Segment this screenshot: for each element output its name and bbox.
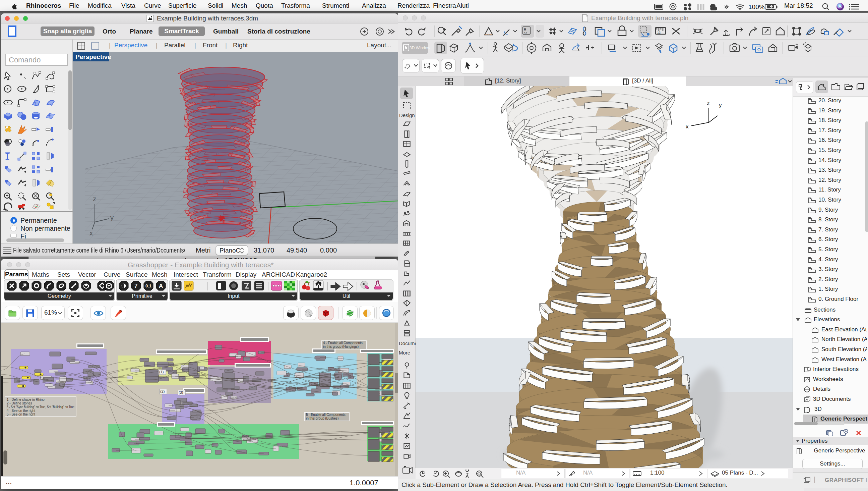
svg-text:y: y <box>110 214 114 221</box>
svg-text:4 - Enable all Components: 4 - Enable all Components <box>323 341 363 345</box>
svg-text:x: x <box>686 123 689 130</box>
svg-text:x: x <box>90 229 93 237</box>
svg-text:2 - Define stories: 2 - Define stories <box>7 401 32 405</box>
svg-text:4 - See on the right: 4 - See on the right <box>7 409 35 412</box>
svg-text:1 - Define shape in Rhino: 1 - Define shape in Rhino <box>7 398 44 401</box>
svg-text:Geometry: Geometry <box>48 293 71 299</box>
svg-text:100%: 100% <box>748 3 765 10</box>
svg-text:in this group (Bushes): in this group (Bushes) <box>306 416 339 420</box>
svg-text:z: z <box>707 100 710 106</box>
svg-text:5 - See on the right: 5 - See on the right <box>7 412 35 416</box>
svg-text:in this group (Hangings): in this group (Hangings) <box>323 345 359 348</box>
svg-text:(3): (3) <box>179 391 183 395</box>
svg-text:Util: Util <box>342 293 350 299</box>
svg-text:Primitive: Primitive <box>132 293 152 299</box>
svg-text:7: 7 <box>134 283 137 289</box>
svg-text:0.1: 0.1 <box>146 283 152 288</box>
svg-text:12: 12 <box>657 31 660 34</box>
svg-text:R: R <box>524 28 527 31</box>
svg-text:y: y <box>719 102 722 108</box>
svg-text:XY: XY <box>524 31 527 34</box>
svg-text:3 - Set "Sync Building" on Tru: 3 - Set "Sync Building" on True, Set "Bu… <box>7 405 74 409</box>
svg-text:5 - Enable all Components: 5 - Enable all Components <box>306 413 345 416</box>
svg-text:(1): (1) <box>159 370 163 374</box>
svg-text:A: A <box>159 283 163 289</box>
svg-text:z: z <box>93 195 96 203</box>
svg-text:3D Window: 3D Window <box>409 46 430 50</box>
svg-text:Input: Input <box>227 293 240 299</box>
svg-text:(2): (2) <box>160 389 164 394</box>
svg-text:Perspective: Perspective <box>75 53 111 60</box>
